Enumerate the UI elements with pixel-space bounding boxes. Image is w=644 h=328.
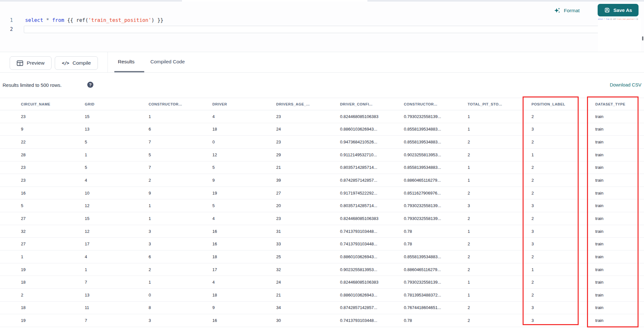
table-cell: 12 [85,229,148,234]
table-cell: 2 [532,216,595,221]
table-cell: 23 [276,140,340,144]
table-cell: 19 [21,267,85,272]
table-cell: 1 [468,229,531,234]
table-cell: 0.7413793103448... [340,241,404,246]
table-cell: 32 [21,229,85,234]
table-cell: 2 [532,165,595,170]
table-cell: 18 [213,127,276,132]
table-cell: 2 [468,318,531,323]
table-cell: 32 [276,267,340,272]
table-cell: train [595,280,644,285]
tab-results[interactable]: Results [118,52,135,71]
preview-label: Preview [27,60,44,66]
code-icon: </> [62,60,69,66]
results-meta-bar: Results limited to 500 rows. ? Download … [0,73,644,98]
format-button[interactable]: Format [554,5,580,16]
table-cell: train [595,178,644,183]
table-cell: train [595,140,644,144]
table-cell: 9 [148,191,212,196]
table-cell: 0.824468085106383 [340,280,404,285]
table-cell: 0.7813953488372... [404,293,468,297]
dbt-ide-app: { "colors": { "accent_teal": "#136f76", … [0,0,644,328]
table-row: 913618240.8860103626943...0.855813953488… [0,123,644,136]
column-header-driver-confi[interactable]: DRIVER_CONFI... [340,102,404,106]
table-cell: 0.8860465116279... [404,178,468,183]
column-header-drivers-age[interactable]: DRIVERS_AGE_... [276,102,340,106]
table-cell: train [595,318,644,323]
table-cell: 13 [85,293,148,297]
table-cell: train [595,293,644,297]
table-cell: 2 [468,267,531,272]
table-row: 23429390.8742857142857...0.8860465116279… [0,174,644,187]
table-cell: 13 [85,127,148,132]
table-cell: 0.8860103626943... [340,254,404,259]
table-cell: 18 [213,254,276,259]
tab-compiled-code[interactable]: Compiled Code [150,52,185,71]
sql-editor[interactable]: 1 select * from {{ ref('train_test_posit… [0,2,644,52]
table-row: 191217320.9023255813953...0.886046511627… [0,263,644,276]
table-cell: 2 [468,254,531,259]
compile-button[interactable]: </> Compile [55,56,98,70]
preview-button[interactable]: Preview [10,56,52,70]
table-cell: 23 [276,216,340,221]
table-cell: 23 [21,165,85,170]
table-cell: 1 [148,280,212,285]
table-row: 281512290.9112149532710...0.902325581395… [0,149,644,161]
table-cell: 15 [85,216,148,221]
download-csv-link[interactable]: Download CSV [610,82,641,87]
column-header-driver[interactable]: DRIVER [213,102,276,106]
table-cell: 5 [85,165,148,170]
table-cell: 0.7930232558139... [404,216,468,221]
action-toolbar: Preview </> Compile Results Compiled Cod… [0,52,644,73]
table-cell: 0.9112149532710... [340,152,404,157]
table-cell: 4 [85,178,148,183]
table-cell: 2 [532,114,595,119]
table-cell: 18 [21,305,85,310]
column-header-dataset-type[interactable]: DATASET_TYPE [595,102,644,106]
table-cell: 18 [21,280,85,285]
table-row: 271514230.8244680851063830.7930232558139… [0,212,644,225]
table-row: 197316300.7413793103448...0.7823train [0,314,644,327]
table-cell: 2 [532,254,595,259]
table-cell: 0.8860465116279... [404,267,468,272]
table-cell: 0.7930232558139... [404,114,468,119]
code-line-1[interactable]: select * from {{ ref('train_test_positio… [25,16,163,24]
table-cell: 2 [468,191,531,196]
table-cell: 0.8860103626943... [340,127,404,132]
help-icon[interactable]: ? [87,82,93,88]
table-cell: 0.7674418604651... [404,305,468,310]
save-as-label: Save As [613,7,632,13]
table-cell: 24 [276,127,340,132]
table-cell: 1 [468,114,531,119]
table-cell: 39 [276,178,340,183]
table-row: 51215200.8035714285714...0.7930232558139… [0,199,644,212]
code-line-2-cursor-box[interactable] [24,26,639,33]
table-body: 231514230.8244680851063830.7930232558139… [0,110,644,327]
save-as-button[interactable]: Save As [598,4,639,16]
table-cell: 15 [85,114,148,119]
column-header-circuit-name[interactable]: CIRCUIT_NAME [21,102,85,106]
table-row: 1610919270.9171974522292...0.85116279069… [0,187,644,200]
table-grid-icon [17,60,23,66]
table-cell: 23 [21,178,85,183]
table-cell: 3 [148,318,212,323]
table-cell: 6 [148,254,212,259]
column-header-constructor[interactable]: CONSTRUCTOR... [148,102,212,106]
table-cell: train [595,254,644,259]
table-cell: 0.8558139534883... [404,127,468,132]
column-header-constructor[interactable]: CONSTRUCTOR... [404,102,468,106]
table-cell: train [595,191,644,196]
column-header-total-pit-sto[interactable]: TOTAL_PIT_STO... [468,102,531,106]
table-cell: 2 [532,140,595,144]
table-cell: 10 [85,191,148,196]
editor-scrollbar[interactable] [642,36,643,41]
table-cell: 2 [468,305,531,310]
row-limit-text: Results limited to 500 rows. [3,82,62,88]
table-cell: 2 [468,152,531,157]
table-cell: 3 [148,229,212,234]
table-row: 22570230.9473684210526...0.8558139534883… [0,136,644,149]
column-header-position-label[interactable]: POSITION_LABEL [532,102,595,106]
editor-minimap[interactable]: select * from {{ ref('train_test_positio… [598,18,641,52]
column-header-grid[interactable]: GRID [85,102,148,106]
table-row: 14618250.8860103626943...0.8558139534883… [0,251,644,263]
